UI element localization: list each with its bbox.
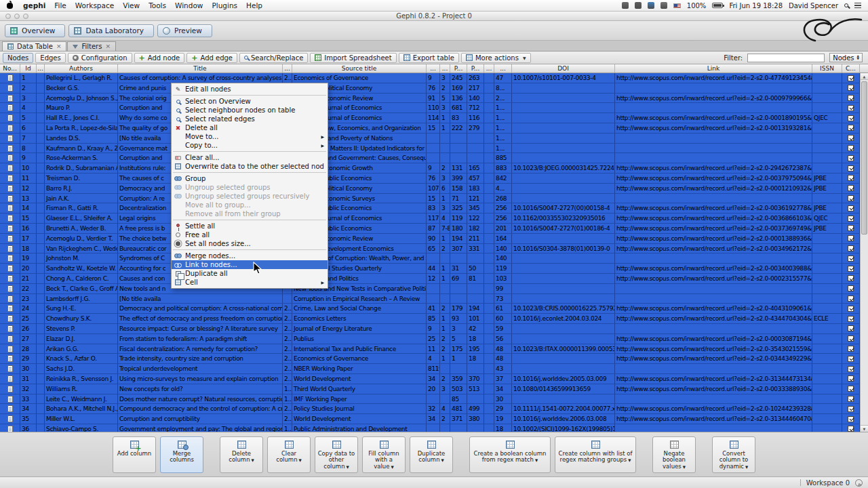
table-row[interactable]: 35Miller W.L.Corruption and corruptibili… [0, 414, 860, 424]
row-checkbox[interactable] [848, 285, 854, 291]
menu-item-link-to-nodes[interactable]: Link to nodes... [172, 260, 328, 269]
toolbar-button-import-spreadsheet[interactable]: Import Spreadsheet [310, 53, 396, 63]
action-copy-data-to-other-column[interactable]: Copy data to other column▼ [315, 436, 358, 473]
row-checkbox[interactable] [848, 366, 854, 372]
row-checkbox[interactable] [848, 386, 854, 392]
row-checkbox[interactable] [848, 266, 854, 272]
table-row[interactable]: 8Kaufmann D., Kraay A., ZoidoGovernance … [0, 144, 860, 154]
workspace-label[interactable]: Workspace 0 [806, 479, 850, 487]
row-checkbox[interactable] [848, 406, 854, 412]
table-row[interactable]: 26Stevens P.Resource impact: Curse or bl… [0, 324, 860, 334]
menu-item-edit-all-nodes[interactable]: ✎Edit all nodes [172, 85, 328, 94]
row-checkbox[interactable] [848, 426, 854, 432]
menu-item-ungroup-selected-groups-recursively[interactable]: Ungroup selected groups recursively [172, 192, 328, 201]
cell-check[interactable] [842, 334, 860, 344]
row-checkbox[interactable] [848, 185, 854, 191]
close-tab-icon[interactable]: × [105, 43, 111, 49]
menubar-item-file[interactable]: File [54, 1, 66, 9]
column-header-no[interactable]: No... [0, 64, 20, 73]
row-checkbox[interactable] [848, 145, 854, 151]
time-machine-icon[interactable] [660, 2, 667, 9]
menu-item-select-related-edges[interactable]: Select related edges [172, 115, 328, 123]
row-checkbox[interactable] [848, 235, 854, 241]
column-header-doi[interactable]: DOI [512, 64, 615, 73]
menu-item-clear-all[interactable]: Clear all... [172, 153, 328, 162]
row-checkbox[interactable] [848, 316, 854, 322]
row-checkbox[interactable] [848, 245, 854, 251]
table-row[interactable]: 30Sachs J.D.Tropical underdevelopment2..… [0, 364, 860, 374]
column-header-id[interactable]: Id [20, 64, 37, 73]
menubar-item-help[interactable]: Help [246, 1, 262, 9]
table-row[interactable]: 16Brunetti A., Weder B.A free press is b… [0, 224, 860, 234]
toolbar-button-search-replace[interactable]: Search/Replace [239, 53, 308, 63]
cell-check[interactable] [842, 144, 860, 154]
spotlight-icon[interactable] [844, 3, 848, 7]
action-clear-column[interactable]: Clear column▼ [267, 436, 311, 473]
row-checkbox[interactable] [848, 85, 854, 91]
workspace-switcher-icon[interactable] [855, 479, 863, 487]
column-header-source-title[interactable]: Source title [292, 64, 427, 73]
zoom-window-icon[interactable] [23, 14, 28, 19]
menubar-item-view[interactable]: View [123, 1, 140, 9]
table-row[interactable]: 24Sung H.-E.Democracy and political corr… [0, 304, 860, 314]
cell-check[interactable] [842, 253, 860, 264]
cell-check[interactable] [842, 153, 860, 163]
table-row[interactable]: 10Rodrik D., Subramanian A., TInstitutio… [0, 163, 860, 174]
menubar-item-gephi[interactable]: gephi [23, 1, 45, 9]
table-row[interactable]: 34Bohara A.K., Mitchell N.J., MinCompoun… [0, 404, 860, 414]
action-negate-boolean-values[interactable]: Negate boolean values▼ [652, 436, 696, 473]
menu-item-group[interactable]: Group [172, 174, 328, 183]
cell-check[interactable] [842, 274, 860, 284]
table-row[interactable]: 12Barro R.J.Democracy andJournal of Poli… [0, 184, 860, 194]
row-checkbox[interactable] [848, 205, 854, 211]
table-row[interactable]: 14Fisman R., Gatti R.DecentralizationJou… [0, 203, 860, 214]
main-tab-overview[interactable]: Overview [5, 24, 65, 37]
column-header-title[interactable]: Title [118, 64, 283, 73]
action-convert-column-to-dynamic[interactable]: Convert column to dynamic▼ [712, 436, 755, 473]
row-checkbox[interactable] [848, 125, 854, 131]
menu-item-move-all-to-group[interactable]: Move all to group... [172, 201, 328, 209]
table-row[interactable]: 23Lambsdorff J.G.[No title availaCorrupt… [0, 294, 860, 304]
notification-center-icon[interactable] [854, 3, 861, 9]
cell-check[interactable] [842, 414, 860, 424]
row-checkbox[interactable] [848, 195, 854, 201]
cell-check[interactable] [842, 224, 860, 234]
table-row[interactable]: 3Acemoglu D., Johnson S., RobThe colonia… [0, 94, 860, 104]
table-row[interactable]: 17Acemoglu D., Verdier T.The choice betw… [0, 234, 860, 244]
row-checkbox[interactable] [848, 225, 854, 231]
cell-check[interactable] [842, 354, 860, 364]
row-checkbox[interactable] [848, 115, 854, 121]
menu-item-select-neighbour-nodes-on-table[interactable]: Select neighbour nodes on table [172, 106, 328, 115]
keyboard-flag-icon[interactable] [673, 3, 681, 8]
action-merge-columns[interactable]: Merge columns [160, 436, 203, 473]
toolbar-button-nodes[interactable]: Nodes [3, 53, 33, 63]
table-row[interactable]: 2Becker G.S.Crime and punisJournal of Po… [0, 83, 860, 94]
window-titlebar[interactable]: Gephi 0.8.2 - Project 0 [0, 12, 868, 21]
vertical-scrollbar[interactable]: ▲ ▼ [860, 73, 868, 432]
cell-check[interactable] [842, 163, 860, 174]
menubar-item-workspace[interactable]: Workspace [75, 1, 114, 9]
table-row[interactable]: 19Johnston M.Syndromes of CSyndromes of … [0, 253, 860, 264]
column-header-[interactable]: ... [283, 64, 292, 73]
table-row[interactable]: 33Leite C., Weidmann J.Does mother natur… [0, 394, 860, 405]
minimize-window-icon[interactable] [14, 14, 20, 19]
cell-check[interactable] [842, 214, 860, 224]
action-create-column-with-list-of-regex-matching-groups[interactable]: Create column with list of regex matchin… [555, 436, 636, 473]
cell-check[interactable] [842, 394, 860, 405]
table-row[interactable]: 20Sandholtz W., Koetzle W.Accounting for… [0, 264, 860, 274]
row-checkbox[interactable] [848, 75, 854, 81]
row-checkbox[interactable] [848, 175, 854, 181]
row-checkbox[interactable] [848, 306, 854, 312]
table-row[interactable]: 29Knack S., Azfar O.Trade intensity, cou… [0, 354, 860, 364]
cell-check[interactable] [842, 113, 860, 123]
row-checkbox[interactable] [848, 396, 854, 402]
table-row[interactable]: 9Rose-Ackerman S.Corruption andCorruptio… [0, 153, 860, 163]
cell-check[interactable] [842, 294, 860, 304]
menu-item-merge-nodes[interactable]: Merge nodes... [172, 251, 328, 260]
menubar-item-tools[interactable]: Tools [149, 1, 166, 9]
menubar-user-name[interactable]: David Spencer [789, 2, 838, 9]
table-row[interactable]: 27Elazar D.J.From statism to federalism:… [0, 334, 860, 344]
toolbar-button-export-table[interactable]: Export table [399, 53, 459, 63]
table-row[interactable]: 21Chong A., Calderon C.Causes and conEco… [0, 274, 860, 284]
menubar-item-plugins[interactable]: Plugins [212, 1, 237, 9]
